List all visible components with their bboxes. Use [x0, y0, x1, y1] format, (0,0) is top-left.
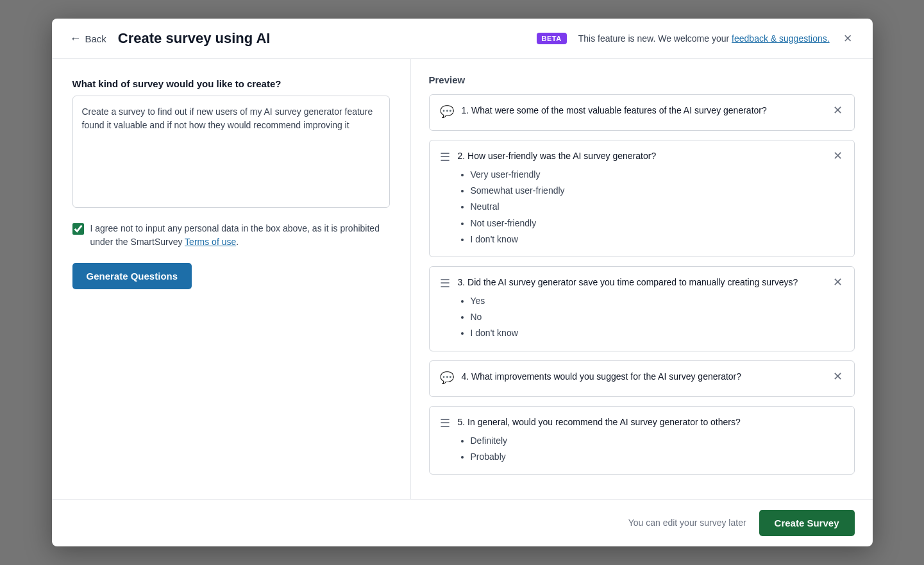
list-icon-3: ☰ [440, 276, 450, 291]
create-survey-button[interactable]: Create Survey [759, 510, 855, 536]
back-label: Back [85, 33, 106, 44]
back-arrow-icon: ← [70, 32, 81, 46]
option-2-2: Somewhat user-friendly [471, 183, 824, 199]
question-text-4: 4. What improvements would you suggest f… [462, 370, 824, 384]
generate-questions-button[interactable]: Generate Questions [72, 263, 192, 289]
agree-row: I agree not to input any personal data i… [72, 222, 390, 249]
survey-description-textarea[interactable]: Create a survey to find out if new users… [72, 96, 390, 208]
option-3-3: I don't know [471, 325, 824, 341]
question-text-3: 3. Did the AI survey generator save you … [458, 276, 824, 289]
modal-header: ← Back Create survey using AI BETA This … [52, 19, 873, 59]
question-card-1: 💬 1. What were some of the most valuable… [429, 94, 855, 131]
question-text-5: 5. In general, would you recommend the A… [458, 416, 844, 429]
question-options-5: Definitely Probably [458, 433, 844, 465]
question-options-3: Yes No I don't know [458, 293, 824, 342]
beta-badge: BETA [537, 33, 567, 44]
comment-icon-1: 💬 [440, 105, 454, 119]
question-options-2: Very user-friendly Somewhat user-friendl… [458, 167, 824, 248]
option-5-2: Probably [471, 449, 844, 465]
question-card-3: ☰ 3. Did the AI survey generator save yo… [429, 266, 855, 351]
list-icon-2: ☰ [440, 150, 450, 164]
modal-title: Create survey using AI [118, 30, 525, 47]
option-2-4: Not user-friendly [471, 215, 824, 232]
question-label-section: What kind of survey would you like to cr… [72, 78, 390, 210]
option-2-3: Neutral [471, 199, 824, 215]
modal-footer: You can edit your survey later Create Su… [52, 499, 873, 546]
question-content-4: 4. What improvements would you suggest f… [462, 370, 824, 387]
question-card-5: ☰ 5. In general, would you recommend the… [429, 406, 855, 475]
modal-body: What kind of survey would you like to cr… [52, 59, 873, 499]
footer-hint: You can edit your survey later [628, 518, 746, 528]
agree-text: I agree not to input any personal data i… [90, 222, 390, 249]
close-button[interactable]: × [841, 31, 855, 46]
modal-backdrop: ← Back Create survey using AI BETA This … [0, 0, 924, 565]
left-panel: What kind of survey would you like to cr… [52, 59, 411, 499]
remove-question-2-button[interactable]: ✕ [832, 150, 844, 162]
question-card-2: ☰ 2. How user-friendly was the AI survey… [429, 140, 855, 257]
beta-message: This feature is new. We welcome your fee… [578, 33, 830, 44]
question-content-2: 2. How user-friendly was the AI survey g… [458, 149, 824, 248]
back-button[interactable]: ← Back [70, 32, 106, 46]
question-content-1: 1. What were some of the most valuable f… [462, 104, 824, 121]
terms-link[interactable]: Terms of use [185, 237, 236, 247]
remove-question-4-button[interactable]: ✕ [832, 371, 844, 382]
feedback-link[interactable]: feedback & suggestions. [732, 33, 830, 44]
preview-label: Preview [429, 74, 855, 85]
question-text-2: 2. How user-friendly was the AI survey g… [458, 149, 824, 163]
option-2-5: I don't know [471, 232, 824, 248]
option-2-1: Very user-friendly [471, 167, 824, 183]
question-text-1: 1. What were some of the most valuable f… [462, 104, 824, 117]
right-panel: Preview 💬 1. What were some of the most … [411, 59, 873, 499]
textarea-label: What kind of survey would you like to cr… [72, 78, 390, 89]
question-content-3: 3. Did the AI survey generator save you … [458, 276, 824, 342]
comment-icon-4: 💬 [440, 371, 454, 385]
question-content-5: 5. In general, would you recommend the A… [458, 416, 844, 465]
option-3-1: Yes [471, 293, 824, 309]
agree-checkbox[interactable] [72, 223, 84, 235]
option-3-2: No [471, 309, 824, 325]
modal-container: ← Back Create survey using AI BETA This … [52, 19, 873, 546]
remove-question-1-button[interactable]: ✕ [832, 105, 844, 116]
option-5-1: Definitely [471, 433, 844, 449]
question-card-4: 💬 4. What improvements would you suggest… [429, 360, 855, 397]
list-icon-5: ☰ [440, 416, 450, 430]
beta-message-text: This feature is new. We welcome your [578, 33, 732, 44]
remove-question-3-button[interactable]: ✕ [832, 276, 844, 288]
